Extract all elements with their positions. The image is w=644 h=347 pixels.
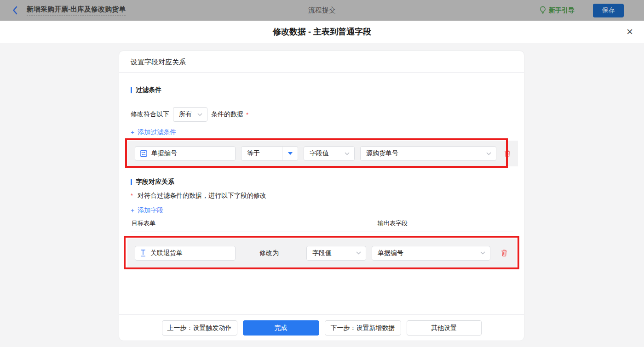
add-filter-condition-label: 添加过滤条件 [138, 128, 176, 137]
operator-caret-button[interactable] [282, 147, 298, 160]
footer-divider [119, 314, 524, 315]
filter-section-title-text: 过滤条件 [136, 86, 161, 94]
filter-condition-row: 单据编号 等于 字段值 源购货单号 [127, 141, 518, 166]
screen: 新增采购开票-出库及修改购货单 流程提交 新手引导 保存 修改数据 - 主表到普… [0, 0, 644, 347]
lightbulb-icon [540, 6, 546, 15]
serial-number-field-icon [140, 150, 147, 157]
filter-value-type: 字段值 [310, 149, 329, 158]
workflow-title[interactable]: 新增采购开票-出库及修改购货单 [27, 5, 126, 16]
other-settings-button[interactable]: 其他设置 [407, 320, 482, 336]
close-icon[interactable]: × [627, 26, 633, 37]
add-field-link[interactable]: + 添加字段 [131, 206, 163, 215]
settings-panel: 设置字段对应关系 过滤条件 修改符合以下 所有 条件的数据 * + 添加过滤条件 [119, 51, 524, 341]
topbar: 新增采购开票-出库及修改购货单 流程提交 新手引导 保存 [0, 0, 644, 21]
chevron-down-icon [486, 152, 491, 155]
text-field-icon [140, 249, 146, 257]
mapping-description-text: 对符合过滤条件的数据，进行以下字段的修改 [138, 192, 266, 199]
chevron-down-icon [480, 251, 485, 255]
topbar-actions: 新手引导 保存 [540, 4, 624, 17]
section-accent-bar [131, 87, 132, 93]
add-filter-condition-link[interactable]: + 添加过滤条件 [131, 128, 176, 137]
panel-header: 设置字段对应关系 [119, 51, 524, 73]
output-field-column-header: 输出表字段 [378, 219, 408, 228]
filter-section-title: 过滤条件 [131, 86, 161, 94]
mapping-section-title: 字段对应关系 [131, 178, 174, 186]
footer-actions: 上一步：设置触发动作 完成 下一步：设置新增数据 其他设置 [119, 320, 524, 336]
required-asterisk: * [246, 111, 248, 118]
target-form-column-header: 目标表单 [132, 219, 155, 228]
condition-suffix-label: 条件的数据 [211, 110, 243, 119]
filter-value: 源购货单号 [366, 149, 398, 158]
chevron-down-icon [197, 113, 202, 116]
chevron-down-icon [356, 251, 361, 255]
target-field-label: 关联退货单 [150, 249, 183, 257]
mapping-description: * 对符合过滤条件的数据，进行以下字段的修改 [131, 192, 266, 200]
filter-field-chip[interactable]: 单据编号 [135, 146, 236, 161]
mapping-value-type: 字段值 [312, 249, 332, 257]
field-mapping-row: 关联退货单 修改为 字段值 单据编号 [127, 239, 517, 267]
trash-icon [500, 249, 508, 257]
trash-icon [504, 150, 511, 158]
match-mode-select[interactable]: 所有 [173, 107, 207, 122]
chevron-left-icon [12, 6, 17, 15]
back-button[interactable] [12, 6, 17, 15]
plus-icon: + [131, 129, 134, 136]
beginner-guide-link[interactable]: 新手引导 [540, 6, 575, 15]
filter-field-label: 单据编号 [151, 149, 177, 158]
add-field-label: 添加字段 [138, 206, 163, 215]
mapping-section-title-text: 字段对应关系 [136, 178, 174, 186]
dialog-body: 设置字段对应关系 过滤条件 修改符合以下 所有 条件的数据 * + 添加过滤条件 [0, 44, 644, 347]
next-step-button[interactable]: 下一步：设置新增数据 [325, 320, 401, 336]
dialog-title: 修改数据 - 主表到普通字段 [273, 26, 371, 37]
delete-filter-row-button[interactable] [504, 150, 511, 158]
delete-mapping-row-button[interactable] [500, 249, 508, 257]
section-accent-bar [131, 179, 132, 185]
condition-match-row: 修改符合以下 所有 条件的数据 * [131, 107, 248, 122]
dropdown-caret-icon [288, 152, 293, 157]
previous-step-button[interactable]: 上一步：设置触发动作 [162, 320, 237, 336]
mapping-value: 单据编号 [378, 249, 403, 257]
mapping-value-select[interactable]: 单据编号 [372, 246, 490, 261]
required-asterisk: * [131, 192, 133, 199]
mapping-value-type-select[interactable]: 字段值 [306, 246, 366, 261]
condition-prefix-label: 修改符合以下 [131, 110, 169, 119]
match-mode-value: 所有 [179, 110, 192, 119]
dialog-header: 修改数据 - 主表到普通字段 × [0, 21, 644, 43]
done-button[interactable]: 完成 [243, 320, 319, 336]
operator-select[interactable]: 等于 [241, 146, 298, 161]
modify-to-label: 修改为 [259, 249, 279, 257]
chevron-down-icon [345, 152, 350, 155]
save-button[interactable]: 保存 [593, 4, 624, 17]
plus-icon: + [131, 207, 134, 214]
filter-value-select[interactable]: 源购货单号 [360, 146, 496, 161]
workflow-step-label: 流程提交 [308, 6, 336, 15]
column-header-divider [131, 232, 513, 232]
operator-value: 等于 [242, 147, 282, 160]
beginner-guide-label: 新手引导 [549, 6, 575, 15]
target-field-chip[interactable]: 关联退货单 [135, 246, 236, 261]
filter-value-type-select[interactable]: 字段值 [304, 146, 355, 161]
